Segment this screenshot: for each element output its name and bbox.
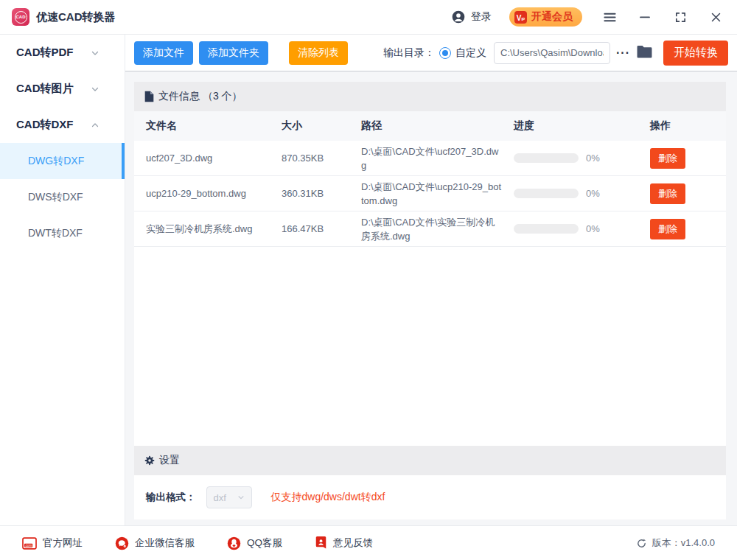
sidebar-item-dws-to-dxf[interactable]: DWS转DXF — [0, 179, 125, 215]
progress-bar — [514, 189, 579, 198]
login-button[interactable]: 登录 — [451, 10, 492, 24]
sidebar-subitem-label: DWS转DXF — [28, 191, 83, 204]
settings-row: 输出格式： dxf 仅支持dwg/dws/dwt转dxf — [134, 475, 726, 519]
col-header-progress: 进度 — [514, 119, 650, 133]
svg-text:.com: .com — [25, 543, 32, 547]
progress-label: 0% — [586, 153, 600, 164]
table-header: 文件名 大小 路径 进度 操作 — [134, 111, 726, 141]
footer-link-label: 意见反馈 — [333, 536, 373, 550]
sidebar-subitem-label: DWT转DXF — [28, 227, 83, 240]
clear-list-button[interactable]: 清除列表 — [289, 41, 348, 65]
toolbar: 添加文件 添加文件夹 清除列表 输出目录： 自定义 ··· 开始转换 — [125, 35, 737, 71]
close-icon — [710, 11, 722, 24]
version-label: 版本：v1.4.0.0 — [652, 536, 715, 550]
maximize-button[interactable] — [672, 9, 688, 25]
file-name: ucp210-29_bottom.dwg — [146, 186, 282, 200]
official-site-link[interactable]: .com 官方网址 — [22, 536, 83, 550]
progress-cell: 0% — [514, 188, 650, 199]
chevron-down-icon — [91, 49, 99, 57]
table-row: 实验三制冷机房系统.dwg 166.47KB D:\桌面\CAD文件\实验三制冷… — [134, 211, 726, 247]
gear-icon — [144, 455, 156, 466]
progress-bar — [514, 153, 579, 163]
website-icon: .com — [22, 537, 37, 550]
progress-label: 0% — [586, 188, 600, 199]
sidebar-subitem-label: DWG转DXF — [28, 155, 84, 168]
delete-button[interactable]: 删除 — [650, 219, 685, 239]
open-vip-label: 开通会员 — [531, 10, 573, 24]
refresh-icon[interactable] — [636, 538, 647, 549]
col-header-filename: 文件名 — [146, 119, 282, 133]
sidebar-item-cad-to-pdf[interactable]: CAD转PDF — [0, 35, 125, 71]
chevron-down-icon — [237, 494, 245, 501]
file-path: D:\桌面\CAD文件\ucf207_3D.dwg — [361, 144, 514, 172]
qq-service-link[interactable]: QQ客服 — [227, 536, 282, 550]
output-format-value: dxf — [214, 492, 226, 503]
settings-title: 设置 — [159, 454, 180, 467]
progress-label: 0% — [586, 223, 600, 234]
sidebar-item-cad-to-image[interactable]: CAD转图片 — [0, 71, 125, 107]
feedback-icon — [315, 536, 327, 550]
minimize-button[interactable] — [637, 9, 653, 25]
footer: .com 官方网址 企业微信客服 QQ客服 — [0, 525, 737, 560]
start-convert-button[interactable]: 开始转换 — [663, 41, 728, 66]
progress-cell: 0% — [514, 223, 650, 234]
file-info-title: 文件信息 （3 个） — [158, 90, 242, 103]
file-size: 360.31KB — [282, 188, 361, 199]
app-logo-icon: CAD — [12, 8, 29, 26]
add-folder-button[interactable]: 添加文件夹 — [199, 41, 268, 65]
wechat-chat-icon — [115, 536, 129, 550]
delete-button[interactable]: 删除 — [650, 148, 685, 169]
add-file-button[interactable]: 添加文件 — [134, 41, 193, 65]
feedback-link[interactable]: 意见反馈 — [315, 536, 373, 550]
sidebar-item-dwt-to-dxf[interactable]: DWT转DXF — [0, 215, 125, 251]
settings-header: 设置 — [134, 446, 726, 475]
delete-button[interactable]: 删除 — [650, 183, 685, 204]
col-header-size: 大小 — [282, 119, 361, 133]
sidebar-item-cad-to-dxf[interactable]: CAD转DXF — [0, 107, 125, 143]
login-label: 登录 — [471, 10, 492, 24]
file-path: D:\桌面\CAD文件\实验三制冷机房系统.dwg — [361, 215, 514, 243]
qq-penguin-icon — [227, 536, 241, 550]
footer-link-label: 官方网址 — [43, 536, 83, 550]
sidebar-item-dwg-to-dxf[interactable]: DWG转DXF — [0, 143, 125, 179]
menu-button[interactable] — [601, 9, 618, 25]
app-body: CAD转PDF CAD转图片 CAD转DXF DWG转DXF — [0, 35, 737, 525]
file-path: D:\桌面\CAD文件\ucp210-29_bottom.dwg — [361, 180, 514, 208]
output-format-select[interactable]: dxf — [206, 486, 252, 508]
custom-dir-label: 自定义 — [455, 46, 486, 60]
output-format-label: 输出格式： — [146, 491, 196, 504]
app-logo-text: CAD — [15, 11, 27, 24]
table-empty-area — [134, 247, 726, 446]
titlebar: CAD 优速CAD转换器 登录 VIP 开通会员 — [0, 0, 737, 35]
sidebar-group-label: CAD转DXF — [16, 118, 74, 132]
app-title: 优速CAD转换器 — [36, 10, 116, 24]
open-vip-button[interactable]: VIP 开通会员 — [509, 7, 582, 27]
file-info-header: 文件信息 （3 个） — [134, 82, 726, 111]
custom-dir-radio[interactable] — [439, 47, 451, 59]
hamburger-icon — [603, 10, 617, 24]
col-header-path: 路径 — [361, 119, 514, 133]
version-info: 版本：v1.4.0.0 — [636, 536, 715, 550]
footer-link-label: QQ客服 — [247, 536, 282, 550]
main-area: 添加文件 添加文件夹 清除列表 输出目录： 自定义 ··· 开始转换 — [125, 35, 737, 525]
output-dir-label: 输出目录： — [383, 46, 435, 60]
document-icon — [144, 91, 155, 102]
chevron-up-icon — [91, 121, 99, 130]
sidebar-group-label: CAD转图片 — [16, 82, 74, 96]
file-size: 870.35KB — [282, 153, 361, 164]
sidebar: CAD转PDF CAD转图片 CAD转DXF DWG转DXF — [0, 35, 125, 525]
table-row: ucp210-29_bottom.dwg 360.31KB D:\桌面\CAD文… — [134, 176, 726, 211]
open-folder-button[interactable] — [636, 45, 653, 61]
format-hint-text: 仅支持dwg/dws/dwt转dxf — [271, 491, 385, 504]
file-name: 实验三制冷机房系统.dwg — [146, 222, 282, 236]
vip-icon: VIP — [514, 11, 527, 24]
chevron-down-icon — [91, 85, 99, 94]
progress-bar — [514, 224, 579, 234]
progress-cell: 0% — [514, 153, 650, 164]
close-button[interactable] — [708, 9, 724, 25]
output-path-input[interactable] — [494, 42, 610, 64]
browse-more-button[interactable]: ··· — [616, 46, 630, 60]
wechat-service-link[interactable]: 企业微信客服 — [115, 536, 195, 550]
file-name: ucf207_3D.dwg — [146, 151, 282, 165]
col-header-action: 操作 — [650, 119, 726, 133]
